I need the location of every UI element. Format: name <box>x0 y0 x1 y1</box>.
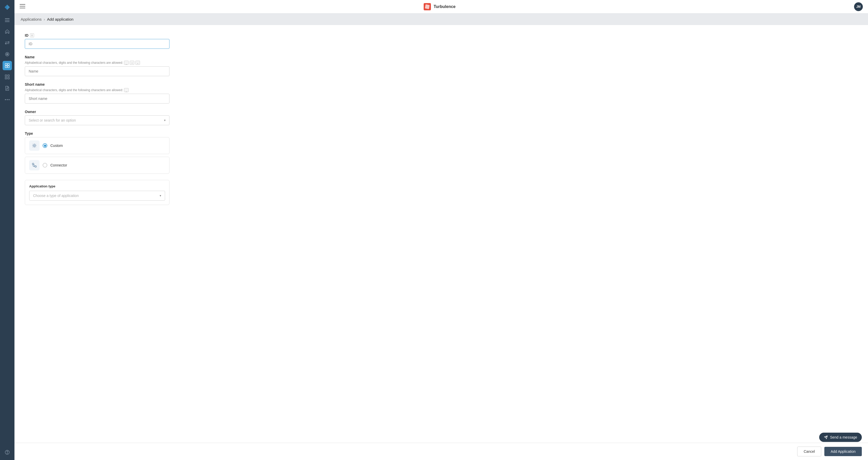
connector-type-icon <box>29 160 39 170</box>
type-option-custom[interactable]: Custom <box>25 137 169 154</box>
svg-point-18 <box>7 99 8 100</box>
svg-rect-2 <box>5 22 9 22</box>
name-allowed-char-2: - <box>130 61 134 65</box>
app-type-chevron-icon: ▾ <box>160 194 161 197</box>
content-area: Applications › Add application ID i Na <box>14 13 868 460</box>
connector-type-label: Connector <box>51 163 67 167</box>
custom-type-icon <box>29 140 39 151</box>
type-options: Custom <box>25 137 169 174</box>
custom-type-label: Custom <box>51 143 63 147</box>
svg-rect-6 <box>5 64 7 65</box>
main-area: Turbulence JM Applications › Add applica… <box>14 0 868 460</box>
svg-rect-22 <box>20 4 25 5</box>
svg-point-27 <box>35 166 36 167</box>
app-logo-icon <box>424 3 431 10</box>
short-name-input[interactable] <box>25 94 169 103</box>
sidebar-item-help[interactable] <box>3 448 12 457</box>
svg-rect-0 <box>5 18 9 19</box>
id-info-icon[interactable]: i <box>30 33 34 37</box>
sidebar-item-menu[interactable] <box>3 15 12 25</box>
owner-field-group: Owner Select or search for an option ▾ <box>25 110 169 125</box>
form-section: ID i Name Alphabetical characters, digit… <box>25 33 169 205</box>
hamburger-menu[interactable] <box>20 4 25 9</box>
svg-point-21 <box>7 453 7 454</box>
svg-rect-12 <box>5 77 7 79</box>
id-label: ID i <box>25 33 169 37</box>
short-name-field-group: Short name Alphabetical characters, digi… <box>25 83 169 103</box>
breadcrumb-parent[interactable]: Applications <box>21 17 41 22</box>
topbar: Turbulence JM <box>14 0 868 13</box>
id-field-group: ID i <box>25 33 169 49</box>
short-name-hint: Alphabetical characters, digits and the … <box>25 88 169 92</box>
form-container: ID i Name Alphabetical characters, digit… <box>14 25 868 458</box>
sidebar-logo <box>3 3 11 11</box>
owner-select[interactable]: Select or search for an option ▾ <box>25 116 169 125</box>
short-name-allowed-char-1: _ <box>124 88 129 92</box>
sidebar-item-home[interactable] <box>3 27 12 36</box>
svg-rect-23 <box>20 6 25 6</box>
svg-rect-11 <box>8 75 9 76</box>
bottom-bar: Cancel Add Application <box>14 443 868 460</box>
app-type-section: Application type Choose a type of applic… <box>25 180 169 205</box>
cancel-button[interactable]: Cancel <box>797 447 822 456</box>
svg-rect-1 <box>5 20 9 21</box>
svg-rect-8 <box>5 66 7 68</box>
svg-rect-24 <box>20 8 25 8</box>
breadcrumb: Applications › Add application <box>14 13 868 25</box>
name-allowed-char-1: _ <box>124 61 129 65</box>
svg-rect-13 <box>8 77 9 79</box>
svg-point-26 <box>32 163 34 165</box>
connector-radio[interactable] <box>43 163 47 167</box>
sidebar-item-apps[interactable] <box>3 61 12 70</box>
svg-rect-9 <box>7 66 9 68</box>
breadcrumb-current: Add application <box>47 17 74 22</box>
add-application-button[interactable]: Add Application <box>824 447 862 456</box>
type-label: Type <box>25 131 169 135</box>
sidebar-item-grid[interactable] <box>3 72 12 81</box>
svg-rect-7 <box>7 64 9 65</box>
svg-rect-10 <box>5 75 7 76</box>
topbar-center: Turbulence <box>424 3 456 10</box>
send-message-button[interactable]: Send a message <box>819 433 862 442</box>
type-option-connector[interactable]: Connector <box>25 157 169 174</box>
sidebar-item-target[interactable] <box>3 50 12 59</box>
sidebar-item-more[interactable] <box>3 95 12 104</box>
user-avatar[interactable]: JM <box>854 2 863 11</box>
app-type-placeholder: Choose a type of application <box>33 194 79 198</box>
short-name-label: Short name <box>25 83 169 87</box>
svg-point-17 <box>5 99 6 100</box>
custom-radio[interactable] <box>43 143 47 148</box>
sidebar <box>0 0 14 460</box>
owner-placeholder: Select or search for an option <box>29 118 76 122</box>
name-hint: Alphabetical characters, digits and the … <box>25 61 169 65</box>
breadcrumb-separator: › <box>44 17 45 22</box>
app-type-title: Application type <box>29 184 165 188</box>
name-allowed-char-3: . <box>135 61 140 65</box>
name-field-group: Name Alphabetical characters, digits and… <box>25 55 169 76</box>
app-type-select[interactable]: Choose a type of application ▾ <box>29 191 165 201</box>
name-input[interactable] <box>25 66 169 76</box>
app-title: Turbulence <box>433 4 456 9</box>
name-label: Name <box>25 55 169 59</box>
owner-label: Owner <box>25 110 169 114</box>
owner-chevron-icon: ▾ <box>164 119 165 122</box>
svg-point-5 <box>7 54 7 55</box>
svg-point-19 <box>8 99 9 100</box>
id-input[interactable] <box>25 39 169 49</box>
type-field-group: Type Custom <box>25 131 169 174</box>
sidebar-item-arrows[interactable] <box>3 38 12 47</box>
sidebar-item-doc[interactable] <box>3 84 12 93</box>
svg-point-25 <box>34 145 35 146</box>
